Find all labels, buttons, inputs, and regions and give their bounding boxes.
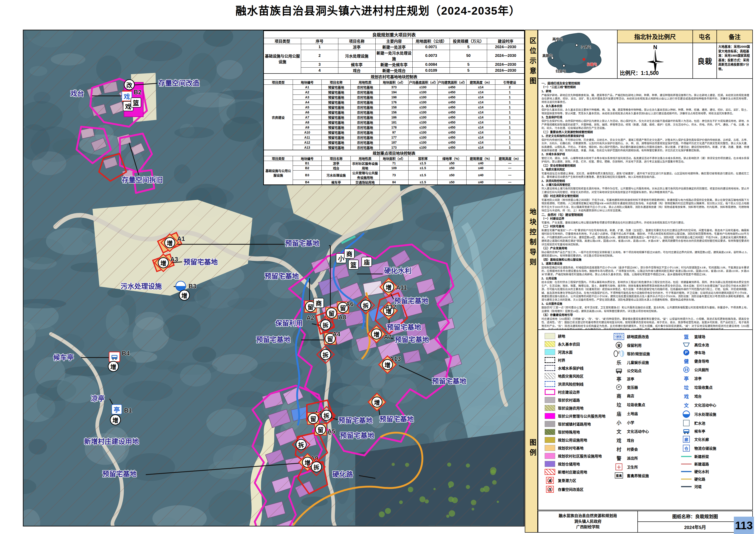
legend-item: 篮篮球场 xyxy=(681,333,716,340)
cell: A7 xyxy=(293,115,322,120)
header-notes: 备注 xyxy=(717,30,752,43)
inset-village-label: 归良屯 xyxy=(555,68,566,73)
guideline-heading: 2、洪涝风险控制线 xyxy=(541,179,565,183)
cell: 109 xyxy=(380,166,409,170)
cell: A5 xyxy=(293,105,322,110)
map-annotation-label: 戏台 xyxy=(70,90,84,97)
cell: ≤100 xyxy=(409,135,438,140)
legend-item: 公交站点 xyxy=(614,368,650,373)
legend-label: 商店 xyxy=(627,393,634,398)
pavilion-planned-icon: 亭 xyxy=(112,404,122,414)
table-row: A3预留宅基地农村宅基地198≤100≤450≤141 xyxy=(264,95,524,100)
cell: ≤1.5 xyxy=(409,180,438,185)
cell: ≤450 xyxy=(437,130,466,135)
legend-item: 庙土地庙 xyxy=(614,410,650,417)
cell: 3 xyxy=(301,62,338,67)
legend-label: 新增村庄建设用地 xyxy=(558,469,587,475)
guideline-text: 宅基地防火间距（相邻房屋山墙之间间距）不低于6米，宅基地建筑材料和装修材料不得使… xyxy=(541,198,749,213)
cell: 1 xyxy=(495,90,524,95)
cell: ≤100 xyxy=(409,95,438,100)
guideline-heading: 3、生态保护红线 xyxy=(541,116,562,119)
legend-label: 停车场 xyxy=(694,350,705,355)
cell: 71 xyxy=(380,161,409,166)
legend-label: 健身场地 xyxy=(694,358,709,364)
cell: ≥50 xyxy=(437,161,466,166)
guideline-text: 宅基地选址应合理避让滑坡、泥石流、崩塌等地质灾害危险区，避免“切坡建房”，避开地… xyxy=(541,172,749,179)
legend-label: 硬化路 xyxy=(694,476,705,482)
cell: A4 xyxy=(293,100,322,105)
column-header: 建设时序 xyxy=(487,38,524,44)
legend-label: 文化长廊 xyxy=(694,437,709,442)
location-inset-map: 两华屯六进屯高郎屯归良屯良栽屯 xyxy=(538,30,618,78)
cell: ≤100 xyxy=(409,140,438,145)
legend-item: 戏戏台 xyxy=(681,393,716,399)
cell: 新建一处污水处理设施 xyxy=(375,50,413,62)
column-header: 用地性质 xyxy=(350,80,380,85)
cell: ≤14 xyxy=(466,140,495,145)
legend-label: 规划农村社区服务设施用地 xyxy=(558,453,602,459)
cell: ≤1.5 xyxy=(409,170,438,180)
cell: 2 xyxy=(495,85,524,90)
table-title: 规划重点项目地块控制表 xyxy=(264,150,524,156)
cell: 农村宅基地 xyxy=(350,135,380,140)
cell: 预留宅基地 xyxy=(322,85,351,90)
map-annotation-label: 存量空间改造 xyxy=(158,80,200,87)
legend-label: 永久基本农田 xyxy=(558,341,580,347)
cell: ≤100 xyxy=(409,110,438,115)
guideline-text: 严格保护耕地，耕地应优先种植粮食和油、糖、蔬菜等农产品，严格控制在耕地上种树、种… xyxy=(541,93,749,104)
cell: 0.0073 xyxy=(413,50,450,62)
cell: 凉亭 xyxy=(322,161,351,166)
compass-cell: N 比例尺：1:1,500 xyxy=(618,43,693,78)
cell: 187 xyxy=(380,140,409,145)
scale-text: 比例尺：1:1,500 xyxy=(620,69,659,76)
cell: ≤450 xyxy=(437,145,466,150)
cell: 交通场站用地 xyxy=(350,180,380,185)
cell: B3 xyxy=(293,170,322,180)
plot-id-label: A4 xyxy=(333,331,340,338)
cell: 农村宅基地 xyxy=(350,120,380,125)
legend-label: 儿童娱乐设施 xyxy=(627,360,649,365)
cell: ≤40 xyxy=(466,170,495,180)
legend-label: 公共厕所 xyxy=(694,367,709,372)
liu-retain-icon: 留 xyxy=(308,413,319,424)
legend-item: 村庄建设边界 xyxy=(545,389,606,395)
guideline-heading: 1、地质灾害风险区 xyxy=(541,168,565,171)
cell: 农村宅基地 xyxy=(350,125,380,130)
organization-line: 广西财经学院 xyxy=(576,524,600,530)
cell: ≥50 xyxy=(437,180,466,185)
legend-item: 现状城镇村道路用地 xyxy=(545,421,606,427)
guideline-heading: （五）存量建设用地引导 xyxy=(541,314,573,317)
guideline-heading: （四）基础设施和公用公服设施 xyxy=(541,258,581,261)
column-header: 项目类型 xyxy=(264,38,301,44)
cell: 5 xyxy=(450,44,487,50)
cell: ≤100 xyxy=(409,145,438,150)
cell: 73 xyxy=(380,170,409,180)
legend-item: 仓物流仓储设施 xyxy=(681,445,716,452)
guideline-text: 新建住宅要严格落实“一户一宅”要求和户均住宅用地标准，新建、扩建、改建（含加层）… xyxy=(541,229,749,246)
legend-label: 现状农村道路 xyxy=(558,397,580,403)
cell: 1 xyxy=(495,100,524,105)
legend-item: 现状农村道路 xyxy=(545,397,606,403)
compass-n-label: N xyxy=(653,44,657,50)
guideline-text: 鼓励农村“三室一点”（即村委办公室、老年活动室、卫生室和健身点）和公共服务设施综… xyxy=(541,306,749,313)
column-header: 序号 xyxy=(301,38,338,44)
guideline-heading: （四）村庄消防安全管控规则 xyxy=(541,194,579,198)
plot-id-label: A5 xyxy=(327,428,336,435)
cell: 198 xyxy=(380,95,409,100)
cell: ≤450 xyxy=(437,100,466,105)
legend-item: 地质灾害风险区 xyxy=(545,373,606,379)
table-row: B4候车亭交通场站用地84≤1.5≥50≤40— xyxy=(264,180,524,185)
legend-label: 垃圾收集点 xyxy=(627,402,645,407)
guideline-heading: 二、自然村（屯）建设管制规则 xyxy=(541,213,583,216)
cell: 0.0084 xyxy=(413,62,450,67)
legend-label: 现状/规划设施 xyxy=(627,351,650,356)
guideline-heading: 1、耕地 xyxy=(541,90,551,93)
chai-demolish-icon: 拆 xyxy=(296,439,307,450)
zeng-plot-icon: 增 xyxy=(382,359,393,370)
legend-item: 规划仓储用地 xyxy=(545,461,606,467)
cell: 新建一处戏台 xyxy=(375,67,413,73)
legend-label: 变压器 xyxy=(627,385,638,390)
cell: 50 xyxy=(450,50,487,62)
legend-label: 河流水面 xyxy=(558,349,573,355)
legend-label: 耕地 xyxy=(558,333,565,339)
